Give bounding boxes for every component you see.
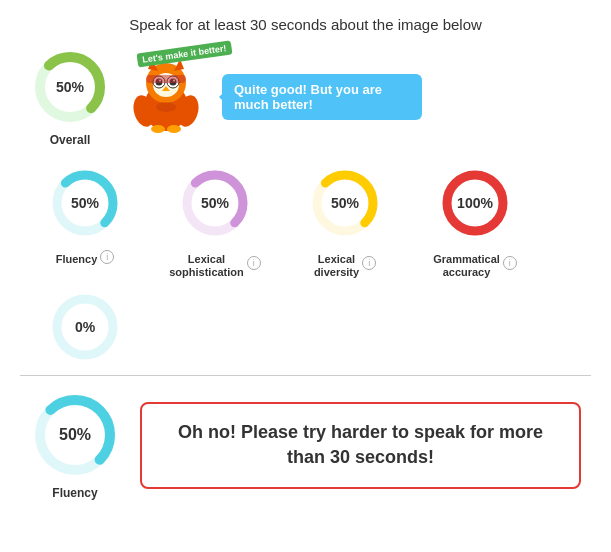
overall-percent: 50% [56,79,84,95]
gram-acc-label-row: Grammaticalaccuracy i [433,247,517,279]
page: Speak for at least 30 seconds about the … [0,0,611,510]
lex-div-label-row: Lexicaldiversity i [314,247,376,279]
metric-lexical-sophistication: 50% Lexicalsophistication i [150,165,280,279]
bottom-fluency-percent: 50% [59,426,91,444]
bottom-fluency-label: Fluency [52,486,97,500]
overall-section: 50% Overall [30,47,110,147]
lex-div-donut: 50% [307,165,383,241]
lex-div-percent: 50% [331,195,359,211]
lex-div-label: Lexicaldiversity [314,253,359,279]
gram-acc-donut: 100% [437,165,513,241]
metric-zero: 0% [20,289,150,365]
page-title: Speak for at least 30 seconds about the … [10,16,601,33]
error-box: Oh no! Please try harder to speak for mo… [140,402,581,488]
fluency-label-row: Fluency i [56,247,115,266]
bottom-fluency-donut: 50% [30,390,120,480]
lex-soph-percent: 50% [201,195,229,211]
speech-text: Quite good! But you are much better! [234,82,382,112]
metric-lexical-diversity: 50% Lexicaldiversity i [280,165,410,279]
fluency-info-icon[interactable]: i [100,250,114,264]
gram-acc-label: Grammaticalaccuracy [433,253,500,279]
top-row: 50% Overall Let's make it better! [10,47,601,147]
metric-fluency: 50% Fluency i [20,165,150,266]
overall-label: Overall [50,133,91,147]
metrics-row: 50% Fluency i 50% Lexicalsophistication … [10,165,601,279]
zero-donut: 0% [47,289,123,365]
overall-donut: 50% [30,47,110,127]
section-divider [20,375,591,376]
lex-soph-info-icon[interactable]: i [247,256,261,270]
error-message: Oh no! Please try harder to speak for mo… [178,422,543,467]
speech-bubble: Quite good! But you are much better! [222,74,422,120]
owl-mascot: Let's make it better! [130,55,202,139]
fluency-label: Fluency [56,253,98,266]
lex-soph-label-row: Lexicalsophistication i [169,247,261,279]
svg-point-18 [156,102,176,112]
svg-rect-19 [146,75,186,83]
gram-acc-info-icon[interactable]: i [503,256,517,270]
zero-percent: 0% [75,319,95,335]
metric-grammatical-accuracy: 100% Grammaticalaccuracy i [410,165,540,279]
bottom-section: 50% Fluency Oh no! Please try harder to … [10,390,601,500]
fluency-percent: 50% [71,195,99,211]
bottom-fluency-section: 50% Fluency [30,390,120,500]
gram-acc-percent: 100% [457,195,493,211]
bottom-metric-row: 0% [10,289,601,365]
svg-point-16 [151,125,165,133]
lex-soph-donut: 50% [177,165,253,241]
svg-point-17 [167,125,181,133]
fluency-donut: 50% [47,165,123,241]
lex-div-info-icon[interactable]: i [362,256,376,270]
lex-soph-label: Lexicalsophistication [169,253,244,279]
